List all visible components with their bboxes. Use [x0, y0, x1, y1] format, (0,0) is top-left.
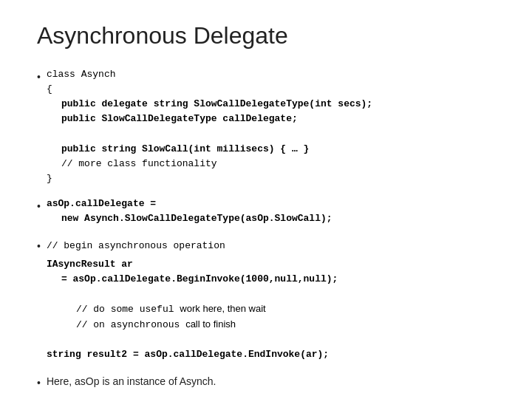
code-line: new Asynch.SlowCallDelegateType(asOp.Slo…: [61, 211, 332, 226]
code-line: }: [47, 171, 372, 186]
code-block-3: IAsyncResult ar = asOp.callDelegate.Begi…: [47, 257, 338, 363]
bullet-item-3: • // begin asynchronous operation IAsync…: [37, 236, 495, 362]
code-line: public string SlowCall(int millisecs) { …: [61, 142, 372, 157]
code-line: // more class functionality: [61, 157, 372, 171]
code-line: {: [47, 82, 372, 97]
code-line: public SlowCallDelegateType callDelegate…: [61, 112, 372, 126]
code-block-1: class Asynch { public delegate string Sl…: [47, 67, 372, 186]
code-line: = asOp.callDelegate.BeginInvoke(1000,nul…: [61, 272, 338, 287]
content-area: • class Asynch { public delegate string …: [37, 67, 495, 391]
code-block-2: asOp.callDelegate = new Asynch.SlowCallD…: [47, 197, 332, 226]
code-comment-prefix: // begin asynchronous operation: [47, 240, 225, 251]
code-line: [47, 287, 338, 301]
bullet-marker-3: •: [37, 238, 41, 254]
code-line: IAsyncResult ar: [47, 257, 338, 272]
bullet-4-text: Here, asOp is an instance of Asynch.: [47, 373, 216, 389]
code-line: asOp.callDelegate =: [47, 197, 332, 211]
code-line: [47, 332, 338, 347]
code-line: // on asynchronous call to finish: [76, 317, 338, 332]
code-line: public delegate string SlowCallDelegateT…: [61, 97, 372, 112]
code-line: [47, 127, 372, 142]
code-line: // do some useful work here, then wait: [76, 301, 338, 317]
bullet-3-content: // begin asynchronous operation IAsyncRe…: [47, 236, 338, 362]
bullet-item-4: • Here, asOp is an instance of Asynch.: [37, 373, 495, 391]
bullet-marker-1: •: [37, 69, 41, 85]
code-line: class Asynch: [47, 67, 372, 82]
page-title: Asynchronous Delegate: [37, 22, 495, 50]
bullet-marker-4: •: [37, 375, 41, 391]
code-line: string result2 = asOp.callDelegate.EndIn…: [47, 347, 338, 362]
bullet-item-2: • asOp.callDelegate = new Asynch.SlowCal…: [37, 197, 495, 226]
bullet-item-1: • class Asynch { public delegate string …: [37, 67, 495, 186]
bullet-marker-2: •: [37, 198, 41, 214]
